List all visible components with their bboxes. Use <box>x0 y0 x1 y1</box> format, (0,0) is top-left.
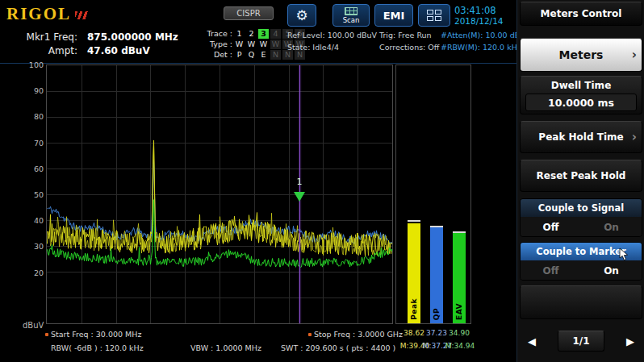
y-label: 70 <box>34 139 44 148</box>
mouse-cursor-icon <box>619 248 629 261</box>
couple-marker-off-option[interactable]: Off <box>521 265 581 277</box>
trace-1: 1 <box>234 29 245 39</box>
emi-button[interactable]: EMI <box>374 4 413 27</box>
page-indicator[interactable]: 1/1 <box>558 331 604 352</box>
header-bar: RIGOL Mkr1 Freq: 875.000000 MHz Ampt: 47… <box>0 0 516 64</box>
y-label: 40 <box>34 216 44 225</box>
dwell-time-label: Dwell Time <box>551 80 612 91</box>
meter-bar-label: EAV <box>455 303 463 320</box>
page-prev-button[interactable]: ◀ <box>528 335 536 347</box>
couple-to-signal-label: Couple to Signal <box>538 202 624 214</box>
meter-value-eav: 34.90 <box>449 329 470 337</box>
softkey-sidebar: Meters Control Meters › Dwell Time 10.00… <box>516 0 644 362</box>
peak-hold-time-label: Peak Hold Time <box>538 131 623 143</box>
y-label: 20 <box>34 268 44 277</box>
y-axis: 100 90 80 70 60 50 40 30 20 <box>15 0 44 327</box>
y-label: 90 <box>34 86 44 95</box>
chevron-right-icon: › <box>632 48 637 62</box>
det-2: Q <box>246 50 257 60</box>
type-3: W <box>258 40 269 49</box>
page-navigation: ◀ 1/1 ▶ <box>520 326 642 356</box>
page-next-button[interactable]: ▶ <box>626 335 634 347</box>
type-1: W <box>234 40 245 49</box>
reset-peak-hold-button[interactable]: Reset Peak Hold <box>520 160 642 192</box>
rbw-readout: RBW( -6dB ) : 120.0 kHz <box>51 343 144 352</box>
meter-bar-label: Peak <box>410 298 418 320</box>
type-4: W <box>270 40 281 49</box>
emi-button-label: EMI <box>383 10 405 22</box>
type-row-label: Type : <box>197 40 232 48</box>
det-1: P <box>234 50 245 60</box>
meter-bar-peak: Peak <box>408 65 420 323</box>
window-layout-button[interactable] <box>418 4 450 27</box>
y-label: 80 <box>34 112 44 121</box>
y-label: 60 <box>34 164 44 173</box>
couple-signal-on-option[interactable]: On <box>581 222 642 233</box>
marker-triangle[interactable] <box>294 192 305 202</box>
rbw-m-readout: #RBW(M): 120.0 kHz <box>441 43 521 52</box>
cispr-button[interactable]: CISPR <box>224 6 274 20</box>
couple-to-marker-header: Couple to Marker <box>521 243 642 260</box>
chevron-right-icon: › <box>632 130 637 144</box>
meters-button[interactable]: Meters › <box>520 38 642 72</box>
meters-control-title: Meters Control <box>520 2 642 26</box>
vbw-readout: VBW : 1.0000 MHz <box>190 343 261 352</box>
ref-level-readout: Ref Level: 100.00 dBuV <box>287 31 377 40</box>
spectrum-plot: 1 <box>46 64 393 324</box>
meter-bar-fill: QP <box>430 227 443 323</box>
marker-freq-value: 875.000000 MHz <box>87 31 178 43</box>
type-2: W <box>246 40 257 49</box>
couple-to-signal-toggle[interactable]: Couple to Signal Off On <box>520 198 642 237</box>
couple-to-marker-label: Couple to Marker <box>536 246 626 257</box>
start-freq-marker-dot <box>45 333 48 336</box>
couple-marker-on-option[interactable]: On <box>581 265 642 277</box>
swt-readout: SWT : 209.600 s ( pts : 4400 ) <box>281 343 395 352</box>
trace-2: 2 <box>246 29 257 39</box>
couple-signal-off-option[interactable]: Off <box>521 222 581 233</box>
scan-button-label: Scan <box>343 16 360 24</box>
clock-time: 03:41:08 <box>454 5 504 16</box>
scan-grid-icon <box>345 7 358 15</box>
state-readout: State: Idle4/4 <box>287 43 339 52</box>
atten-readout: #Atten(M): 10.00 dB <box>441 31 520 40</box>
dwell-time-value: 10.0000 ms <box>525 94 637 111</box>
peak-hold-time-button[interactable]: Peak Hold Time › <box>520 121 642 153</box>
spectrum-canvas <box>47 65 392 323</box>
y-label: 50 <box>34 190 44 199</box>
corrections-readout: Corrections: Off <box>379 43 439 52</box>
logo-accent-icon <box>75 11 88 19</box>
y-label: 30 <box>34 242 44 251</box>
couple-to-marker-toggle[interactable]: Couple to Marker Off On <box>520 242 642 281</box>
meter-max-marker <box>408 220 420 222</box>
scan-button[interactable]: Scan <box>332 4 370 27</box>
clock: 03:41:08 2018/12/14 <box>454 5 504 26</box>
trig-readout: Trig: Free Run <box>379 31 432 40</box>
trace-4: 4 <box>270 29 281 39</box>
stop-freq-marker-dot <box>308 333 312 336</box>
dwell-time-button[interactable]: Dwell Time 10.0000 ms <box>520 76 642 114</box>
marker-ampt-value: 47.60 dBuV <box>87 45 150 56</box>
start-freq-readout: Start Freq : 30.000 MHz <box>51 330 141 339</box>
marker-id-label: 1 <box>294 177 305 187</box>
couple-to-signal-header: Couple to Signal <box>521 199 642 217</box>
y-axis-unit: dBuV <box>23 321 44 330</box>
meter-bar-label: QP <box>433 308 441 320</box>
settings-button[interactable]: ⚙ <box>287 4 316 27</box>
meters-panel: Peak QP EAV <box>395 64 471 324</box>
meter-bar-fill: Peak <box>408 223 420 323</box>
analyzer-screen: RIGOL Mkr1 Freq: 875.000000 MHz Ampt: 47… <box>0 0 644 362</box>
gear-icon: ⚙ <box>295 9 307 23</box>
meter-bar-qp: QP <box>430 65 443 323</box>
meter-bar-fill: EAV <box>453 233 466 323</box>
trace-3-active: 3 <box>258 29 269 39</box>
det-4: N <box>270 50 281 60</box>
meter-max-eav: M:34.94 <box>445 342 475 350</box>
window-layout-icon <box>427 10 441 21</box>
meters-button-label: Meters <box>559 48 604 61</box>
reset-peak-hold-label: Reset Peak Hold <box>537 170 626 181</box>
meter-value-peak: 38.62 <box>404 329 424 337</box>
meter-bar-eav: EAV <box>453 65 466 323</box>
y-label: 100 <box>29 60 44 69</box>
stop-freq-readout: Stop Freq : 3.0000 GHz <box>314 330 403 339</box>
det-3: E <box>258 50 269 60</box>
